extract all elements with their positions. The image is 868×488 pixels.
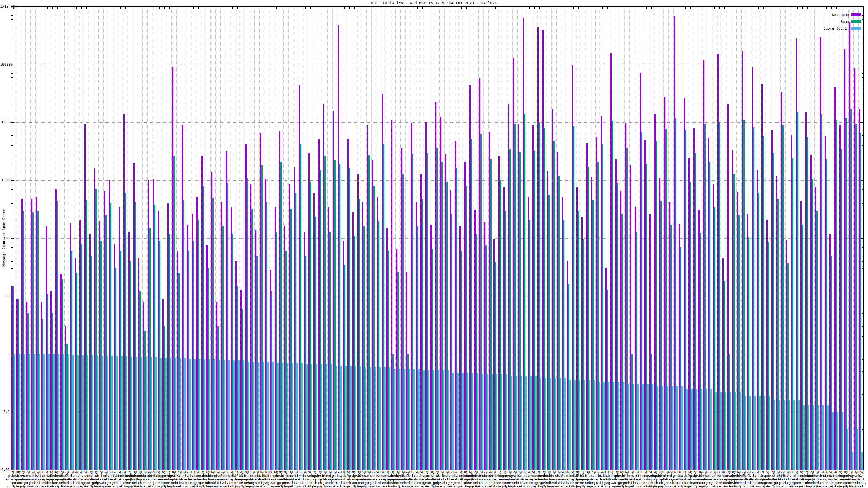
y-minor-tick [862,12,863,12]
v-gridline [371,6,372,470]
y-minor-tick [11,251,13,251]
bar-score [438,370,439,470]
bar-score [214,359,215,470]
v-gridline [215,6,216,470]
x-tick [690,6,691,9]
x-tick [510,6,510,9]
bar-score [53,354,55,470]
x-tick [286,6,286,9]
y-minor-tick [11,183,13,183]
y-minor-tick [862,198,863,198]
x-tick [374,6,374,9]
y-tick-label: 100 [0,236,10,240]
y-minor-tick [862,359,863,360]
bar-score [384,367,386,470]
y-minor-tick [11,73,13,74]
x-tick-label: 14@ Y. dnsbl. sorbs. net 4 hops [855,470,866,488]
y-minor-tick [11,145,13,145]
x-tick [237,6,238,9]
v-gridline [615,6,615,470]
x-tick [116,6,116,9]
x-tick [598,6,598,9]
x-tick [500,6,500,9]
bar-score [48,354,50,470]
x-tick [276,6,277,9]
bar-score [794,400,795,470]
y-major-tick [11,470,14,470]
y-minor-tick [862,15,863,16]
v-gridline [157,6,157,470]
bar-score [832,412,834,470]
bar-score [545,378,546,470]
bar-score [774,400,775,470]
bar-score [336,366,337,470]
v-gridline [858,6,859,470]
v-gridline [60,6,60,470]
x-tick [135,6,135,9]
x-tick [681,6,681,9]
bar-spam [850,109,852,470]
v-gridline [498,6,498,470]
bar-score [63,354,64,470]
bar-score [477,372,478,470]
y-minor-tick [11,193,13,193]
v-gridline [839,6,839,470]
y-tick-label: 10000 [0,120,10,124]
v-gridline [274,6,274,470]
bar-score [847,429,848,470]
x-tick [466,6,467,9]
x-tick [145,6,145,9]
x-tick [763,6,764,9]
v-gridline [785,6,785,470]
v-gridline [201,6,201,470]
y-minor-tick [862,336,863,337]
v-gridline [191,6,191,470]
v-gridline [693,6,693,470]
x-tick [155,6,155,9]
bar-score [472,372,473,470]
x-tick [529,6,530,9]
y-minor-tick [862,82,863,82]
v-gridline [50,6,50,470]
bar-score [715,392,717,470]
y-tick-label: 1x10^{6} [0,4,10,8]
v-gridline [298,6,299,470]
bar-score [209,359,210,470]
y-tick-label: 1 [0,352,10,356]
bar-score [326,364,327,470]
y-tick-label: 10 [0,294,10,298]
v-gridline [279,6,279,470]
v-gridline [775,6,776,470]
y-minor-tick [862,256,863,256]
x-tick [714,6,715,9]
bar-score [306,364,308,470]
y-minor-tick [862,125,863,125]
x-tick [539,6,539,9]
v-gridline [722,6,722,470]
x-tick [783,6,783,9]
x-tick [91,6,91,9]
v-gridline [303,6,303,470]
bar-score [155,357,157,470]
x-tick [344,6,345,9]
y-minor-tick [862,415,863,415]
x-tick [242,6,243,9]
x-tick [140,6,140,9]
v-gridline [69,6,69,470]
v-gridline [644,6,644,470]
bar-score [126,356,127,470]
x-tick [729,6,730,9]
bar-score [579,380,581,470]
v-gridline [595,6,596,470]
x-tick [554,6,554,9]
x-tick [106,6,106,9]
bar-score [706,389,707,470]
x-tick [642,6,642,9]
y-minor-tick [862,163,863,163]
x-tick [291,6,291,9]
bar-score [77,355,79,470]
bar-score [228,360,230,470]
x-tick [851,6,851,9]
legend-label: Score (0..1) [824,26,849,30]
v-gridline [605,6,605,470]
